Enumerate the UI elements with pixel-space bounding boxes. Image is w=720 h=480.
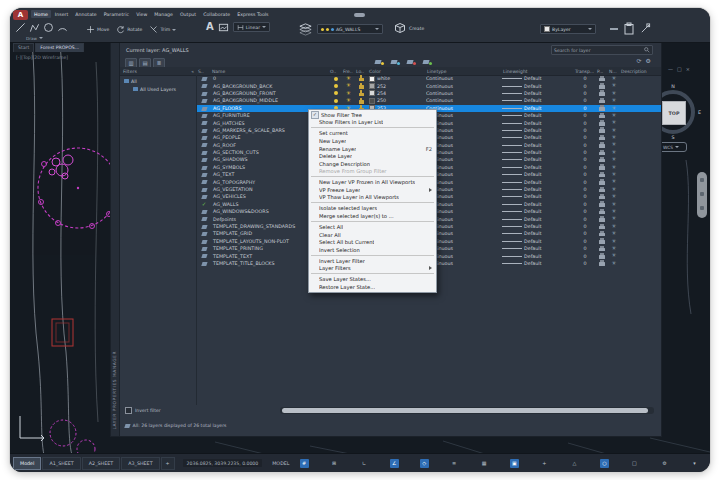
- layer-linetype[interactable]: Continuous: [426, 201, 502, 208]
- layer-transparency[interactable]: 0: [574, 208, 596, 215]
- delete-layer-icon[interactable]: [405, 58, 417, 66]
- layer-plot-icon[interactable]: [596, 186, 608, 193]
- customization-icon[interactable]: ▾: [690, 459, 699, 468]
- layer-lock-icon[interactable]: [355, 75, 368, 82]
- ribbon-tab-manage[interactable]: Manage: [151, 10, 176, 18]
- layer-linetype[interactable]: Continuous: [426, 127, 502, 134]
- new-layout-button[interactable]: +: [161, 457, 175, 470]
- layer-plot-icon[interactable]: [596, 156, 608, 163]
- set-current-layer-icon[interactable]: [421, 58, 433, 66]
- column-header-o[interactable]: O..: [329, 69, 342, 74]
- layer-plot-icon[interactable]: [596, 90, 608, 97]
- layer-vpfreeze-icon[interactable]: ☀: [608, 215, 620, 222]
- ribbon-tab-view[interactable]: View: [133, 10, 150, 18]
- layer-lineweight[interactable]: Default: [502, 90, 574, 97]
- layer-vpfreeze-icon[interactable]: ☀: [608, 75, 620, 82]
- column-header-description[interactable]: Description: [620, 69, 661, 74]
- menu-item-show-filters-in-layer-list[interactable]: Show Filters in Layer List: [309, 119, 436, 127]
- layer-vpfreeze-icon[interactable]: ☀: [608, 142, 620, 149]
- layer-vpfreeze-icon[interactable]: ☀: [608, 252, 620, 259]
- layer-linetype[interactable]: Continuous: [426, 142, 502, 149]
- transparency-icon[interactable]: ▦: [480, 459, 489, 468]
- layer-row-ag-background-front[interactable]: AG_BACKGROUND_FRONT ☀ 254 Continuous Def…: [197, 90, 661, 97]
- trim-button[interactable]: Trim: [149, 25, 176, 34]
- layer-vpfreeze-icon[interactable]: ☀: [608, 105, 620, 112]
- layer-row-ag-background-back[interactable]: AG_BACKGROUND_BACK ☀ 252 Continuous Defa…: [197, 82, 661, 89]
- new-group-filter-icon[interactable]: ▤: [139, 58, 151, 68]
- layer-color-cell[interactable]: white: [368, 75, 426, 82]
- layer-transparency[interactable]: 0: [574, 75, 596, 82]
- paste-clipboard-icon[interactable]: [624, 22, 634, 35]
- layer-linetype[interactable]: Continuous: [426, 75, 502, 82]
- layer-plot-icon[interactable]: [596, 75, 608, 82]
- dynamic-input-icon[interactable]: +: [540, 459, 549, 468]
- layer-linetype[interactable]: Continuous: [426, 97, 502, 104]
- layer-lock-icon[interactable]: [355, 90, 368, 97]
- viewport-close-icon[interactable]: ×: [686, 66, 690, 72]
- menu-item-set-current[interactable]: Set current: [309, 130, 436, 138]
- column-header-lo[interactable]: Lo..: [355, 69, 368, 74]
- layer-dropdown[interactable]: AG_WALLS: [317, 24, 383, 34]
- layers-stack-icon[interactable]: [298, 22, 313, 36]
- layer-lineweight[interactable]: Default: [502, 230, 574, 237]
- layer-lineweight[interactable]: Default: [502, 127, 574, 134]
- invert-filter-checkbox[interactable]: [125, 407, 132, 414]
- block-cube-icon[interactable]: [394, 22, 406, 34]
- column-header-p[interactable]: P...: [596, 69, 608, 74]
- layer-plot-icon[interactable]: [596, 178, 608, 185]
- layer-lineweight[interactable]: Default: [502, 164, 574, 171]
- viewport-restore-icon[interactable]: □: [677, 66, 682, 72]
- layer-freeze-icon[interactable]: ☀: [342, 90, 355, 97]
- polyline-icon[interactable]: [29, 22, 40, 33]
- layer-linetype[interactable]: Continuous: [426, 171, 502, 178]
- collapse-filters-icon[interactable]: «: [191, 69, 194, 74]
- line-icon[interactable]: [15, 22, 26, 33]
- layout-tab-model[interactable]: Model: [13, 457, 41, 470]
- layer-transparency[interactable]: 0: [574, 230, 596, 237]
- layer-transparency[interactable]: 0: [574, 127, 596, 134]
- layer-transparency[interactable]: 0: [574, 201, 596, 208]
- model-space-label[interactable]: MODEL: [272, 461, 289, 466]
- layer-linetype[interactable]: Continuous: [426, 193, 502, 200]
- layer-lineweight[interactable]: Default: [502, 134, 574, 141]
- new-layer-vp-frozen-icon[interactable]: [389, 58, 401, 66]
- layer-freeze-icon[interactable]: ☀: [342, 75, 355, 82]
- layer-transparency[interactable]: 0: [574, 178, 596, 185]
- linear-dimension-dropdown[interactable]: Linear: [233, 22, 270, 32]
- layer-linetype[interactable]: Continuous: [426, 186, 502, 193]
- layer-linetype[interactable]: Continuous: [426, 112, 502, 119]
- menu-item-new-layer-vp-frozen-in-all-viewports[interactable]: New Layer VP Frozen in All Viewports: [309, 179, 436, 187]
- layer-vpfreeze-icon[interactable]: ☀: [608, 223, 620, 230]
- draw-panel-label[interactable]: Draw: [26, 36, 43, 41]
- layer-transparency[interactable]: 0: [574, 142, 596, 149]
- layer-transparency[interactable]: 0: [574, 252, 596, 259]
- ribbon-tab-home[interactable]: Home: [31, 10, 51, 18]
- layer-transparency[interactable]: 0: [574, 105, 596, 112]
- column-header-color[interactable]: Color: [368, 69, 426, 74]
- layer-freeze-icon[interactable]: ☀: [342, 82, 355, 89]
- layer-lineweight[interactable]: Default: [502, 252, 574, 259]
- menu-item-select-all-but-current[interactable]: Select All but Current: [309, 238, 436, 246]
- column-header-name[interactable]: Name: [211, 69, 329, 74]
- layer-plot-icon[interactable]: [596, 201, 608, 208]
- menu-item-rename-layer[interactable]: Rename LayerF2: [309, 145, 436, 153]
- scrollbar-thumb[interactable]: [282, 408, 648, 413]
- layer-plot-icon[interactable]: [596, 119, 608, 126]
- layer-plot-icon[interactable]: [596, 149, 608, 156]
- layer-vpfreeze-icon[interactable]: ☀: [608, 97, 620, 104]
- menu-item-select-all[interactable]: Select All: [309, 223, 436, 231]
- layer-lineweight[interactable]: Default: [502, 97, 574, 104]
- rotate-button[interactable]: Rotate: [116, 25, 142, 34]
- layer-vpfreeze-icon[interactable]: ☀: [608, 260, 620, 267]
- layer-linetype[interactable]: Continuous: [426, 252, 502, 259]
- layer-freeze-icon[interactable]: ☀: [342, 97, 355, 104]
- ribbon-tab-express-tools[interactable]: Express Tools: [234, 10, 271, 18]
- layer-lineweight[interactable]: Default: [502, 119, 574, 126]
- column-header-fre[interactable]: Fre..: [342, 69, 355, 74]
- column-header-s[interactable]: S..: [197, 69, 211, 74]
- layer-vpfreeze-icon[interactable]: ☀: [608, 230, 620, 237]
- viewcube-top-face[interactable]: TOP: [662, 101, 686, 125]
- clean-screen-icon[interactable]: □: [630, 459, 639, 468]
- layer-vpfreeze-icon[interactable]: ☀: [608, 171, 620, 178]
- layer-plot-icon[interactable]: [596, 97, 608, 104]
